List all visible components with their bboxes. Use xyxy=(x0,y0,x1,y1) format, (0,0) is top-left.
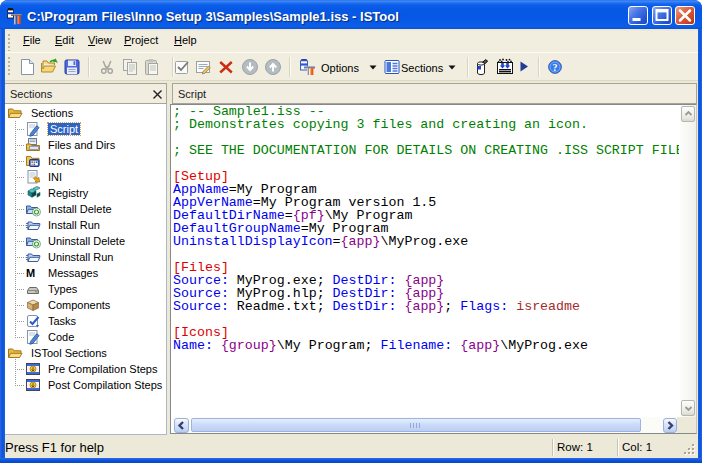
svg-text:?: ? xyxy=(553,62,558,73)
